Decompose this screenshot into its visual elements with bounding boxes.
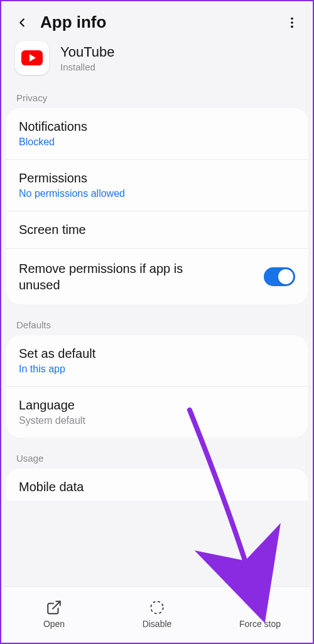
row-set-default[interactable]: Set as default In this app <box>6 335 308 386</box>
svg-point-0 <box>291 17 293 19</box>
row-title: Set as default <box>19 347 295 361</box>
svg-line-6 <box>256 604 264 612</box>
row-mobile-data[interactable]: Mobile data <box>19 480 295 494</box>
svg-line-3 <box>53 601 60 609</box>
row-title: Mobile data <box>19 480 295 494</box>
row-title: Notifications <box>19 119 295 134</box>
section-label-privacy: Privacy <box>1 89 313 108</box>
row-title: Permissions <box>19 171 295 186</box>
more-vert-icon <box>285 16 299 30</box>
action-label: Open <box>43 619 65 629</box>
open-external-icon <box>46 599 62 616</box>
row-title: Language <box>19 398 295 413</box>
youtube-icon <box>15 41 49 75</box>
row-title: Remove permissions if app is unused <box>19 260 210 293</box>
app-install-status: Installed <box>60 62 114 72</box>
remove-permissions-toggle[interactable] <box>264 267 295 286</box>
section-label-defaults: Defaults <box>1 316 313 335</box>
svg-point-2 <box>291 25 293 28</box>
row-value: No permissions allowed <box>19 188 295 199</box>
force-stop-button[interactable]: Force stop <box>208 587 311 641</box>
row-language[interactable]: Language System default <box>6 386 308 438</box>
disable-button[interactable]: Disable <box>106 587 208 641</box>
back-button[interactable] <box>13 13 31 32</box>
row-value: In this app <box>19 364 295 375</box>
svg-point-4 <box>151 601 163 614</box>
prohibit-icon <box>252 599 268 616</box>
chevron-left-icon <box>15 16 29 30</box>
row-value: System default <box>19 415 295 426</box>
action-label: Force stop <box>239 619 281 629</box>
overflow-menu-button[interactable] <box>283 13 301 32</box>
row-value: Blocked <box>19 136 295 148</box>
row-notifications[interactable]: Notifications Blocked <box>6 108 308 159</box>
dashed-circle-icon <box>149 599 165 616</box>
row-remove-permissions[interactable]: Remove permissions if app is unused <box>6 248 308 304</box>
app-name: YouTube <box>60 44 114 60</box>
row-title: Screen time <box>19 223 295 237</box>
open-button[interactable]: Open <box>3 587 106 641</box>
svg-point-1 <box>291 21 293 24</box>
action-label: Disable <box>143 619 172 629</box>
app-identity: YouTube Installed <box>1 38 313 89</box>
row-permissions[interactable]: Permissions No permissions allowed <box>6 159 308 211</box>
page-title: App info <box>40 13 274 32</box>
section-label-usage: Usage <box>1 449 313 469</box>
row-screen-time[interactable]: Screen time <box>6 211 308 248</box>
